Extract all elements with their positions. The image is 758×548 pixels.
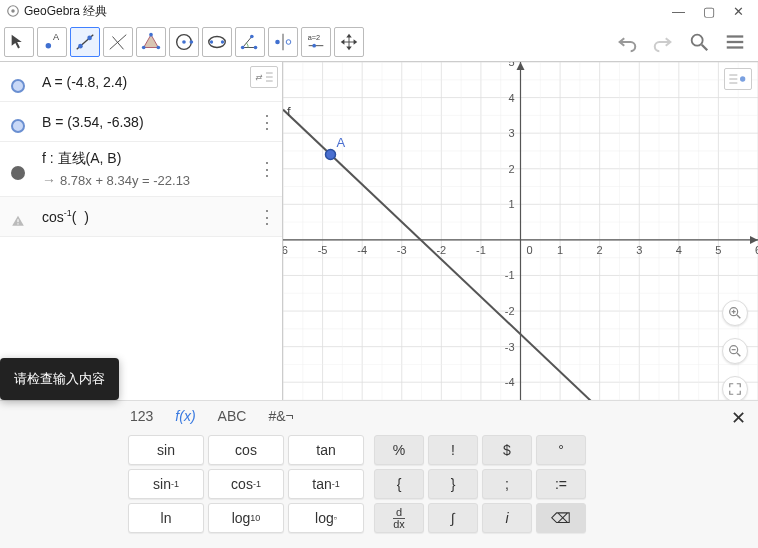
svg-point-20	[254, 45, 258, 49]
tool-move-view[interactable]	[334, 27, 364, 57]
svg-text:4: 4	[676, 244, 682, 256]
tool-line[interactable]	[70, 27, 100, 57]
svg-point-24	[286, 39, 291, 44]
tool-ellipse[interactable]	[202, 27, 232, 57]
key-backspace[interactable]: ⌫	[536, 503, 586, 533]
warning-icon	[0, 206, 36, 228]
tool-angle[interactable]	[235, 27, 265, 57]
key-degree[interactable]: °	[536, 435, 586, 465]
algebra-label-A: A = (-4.8, 2.4)	[36, 70, 252, 94]
svg-text:-2: -2	[436, 244, 446, 256]
arrow-icon: →	[42, 172, 56, 188]
svg-point-112	[326, 150, 336, 160]
zoom-out-button[interactable]	[722, 338, 748, 364]
key-logb[interactable]: log▫	[288, 503, 364, 533]
key-sin[interactable]: sin	[128, 435, 204, 465]
keyboard-keys: sin cos tan sin-1 cos-1 tan-1 ln log10 l…	[0, 431, 758, 533]
svg-point-117	[740, 76, 745, 81]
key-cos[interactable]: cos	[208, 435, 284, 465]
key-imaginary[interactable]: i	[482, 503, 532, 533]
key-factorial[interactable]: !	[428, 435, 478, 465]
svg-point-5	[78, 43, 83, 48]
svg-text:-5: -5	[318, 244, 328, 256]
algebra-f-name: f : 直线(A, B)	[42, 150, 246, 168]
fullscreen-button[interactable]	[722, 376, 748, 400]
row-menu-B[interactable]: ⋮	[252, 111, 282, 133]
key-rbrace[interactable]: }	[428, 469, 478, 499]
keyboard-tab-sym[interactable]: #&¬	[268, 408, 293, 424]
algebra-f-equation: → 8.78x + 8.34y = -22.13	[42, 172, 246, 188]
tool-polygon[interactable]	[136, 27, 166, 57]
svg-point-2	[46, 42, 52, 47]
redo-button[interactable]	[650, 29, 676, 55]
svg-text:-4: -4	[357, 244, 367, 256]
algebra-row-A[interactable]: A = (-4.8, 2.4)	[0, 62, 282, 102]
key-percent[interactable]: %	[374, 435, 424, 465]
key-dollar[interactable]: $	[482, 435, 532, 465]
key-acos[interactable]: cos-1	[208, 469, 284, 499]
window-minimize-button[interactable]: —	[672, 4, 685, 19]
tool-slider[interactable]: a=2	[301, 27, 331, 57]
algebra-row-f[interactable]: f : 直线(A, B) → 8.78x + 8.34y = -22.13 ⋮	[0, 142, 282, 197]
tool-reflect[interactable]	[268, 27, 298, 57]
window-close-button[interactable]: ✕	[733, 4, 744, 19]
svg-text:-1: -1	[505, 269, 515, 281]
svg-point-30	[692, 34, 703, 45]
svg-point-18	[221, 40, 224, 43]
undo-button[interactable]	[614, 29, 640, 55]
row-menu-input[interactable]: ⋮	[252, 206, 282, 228]
graphics-zoom-tools	[722, 300, 748, 400]
svg-point-21	[250, 34, 254, 38]
algebra-view: ⇄ A = (-4.8, 2.4) B = (3.54, -6.38) ⋮ f …	[0, 62, 283, 400]
window-maximize-button[interactable]: ▢	[703, 4, 715, 19]
toolbar-right	[614, 29, 754, 55]
graphics-settings-button[interactable]	[724, 68, 752, 90]
algebra-input-expression[interactable]: cos-1( )	[36, 204, 252, 229]
keyboard-close-button[interactable]: ✕	[731, 407, 746, 429]
key-derivative[interactable]: ddx	[374, 503, 424, 533]
algebra-row-B[interactable]: B = (3.54, -6.38) ⋮	[0, 102, 282, 142]
tool-move[interactable]	[4, 27, 34, 57]
svg-text:2: 2	[597, 244, 603, 256]
svg-point-14	[182, 40, 186, 44]
hamburger-menu-button[interactable]	[722, 29, 748, 55]
algebra-f-eq-text: 8.78x + 8.34y = -22.13	[60, 173, 190, 188]
algebra-row-input[interactable]: cos-1( ) ⋮	[0, 197, 282, 237]
graphics-view[interactable]: -6-5-4-3-2-1123456-4-3-2-1123450fA	[283, 62, 758, 400]
key-semicolon[interactable]: ;	[482, 469, 532, 499]
coordinate-plane[interactable]: -6-5-4-3-2-1123456-4-3-2-1123450fA	[283, 62, 758, 400]
zoom-in-button[interactable]	[722, 300, 748, 326]
search-button[interactable]	[686, 29, 712, 55]
tool-perpendicular[interactable]	[103, 27, 133, 57]
key-log10[interactable]: log10	[208, 503, 284, 533]
algebra-label-f: f : 直线(A, B) → 8.78x + 8.34y = -22.13	[36, 146, 252, 192]
svg-point-27	[312, 43, 316, 47]
key-atan[interactable]: tan-1	[288, 469, 364, 499]
key-integral[interactable]: ∫	[428, 503, 478, 533]
svg-text:a=2: a=2	[308, 33, 320, 42]
tool-circle[interactable]	[169, 27, 199, 57]
row-menu-f[interactable]: ⋮	[252, 158, 282, 180]
svg-text:3: 3	[636, 244, 642, 256]
svg-point-10	[149, 32, 153, 36]
visibility-toggle-A[interactable]	[0, 71, 36, 93]
svg-point-1	[11, 9, 15, 13]
svg-text:f: f	[287, 104, 291, 119]
svg-line-123	[737, 353, 740, 356]
algebra-label-B: B = (3.54, -6.38)	[36, 110, 252, 134]
svg-text:2: 2	[508, 163, 514, 175]
keyboard-tab-abc[interactable]: ABC	[218, 408, 247, 424]
key-asin[interactable]: sin-1	[128, 469, 204, 499]
key-tan[interactable]: tan	[288, 435, 364, 465]
keyboard-tab-123[interactable]: 123	[130, 408, 153, 424]
svg-text:-2: -2	[505, 305, 515, 317]
key-ln[interactable]: ln	[128, 503, 204, 533]
key-lbrace[interactable]: {	[374, 469, 424, 499]
tool-point[interactable]: A	[37, 27, 67, 57]
error-tooltip: 请检查输入内容	[0, 358, 119, 400]
visibility-toggle-B[interactable]	[0, 111, 36, 133]
key-assign[interactable]: :=	[536, 469, 586, 499]
visibility-toggle-f[interactable]	[0, 158, 36, 180]
keyboard-tab-fx[interactable]: f(x)	[175, 408, 195, 424]
svg-text:-3: -3	[505, 341, 515, 353]
